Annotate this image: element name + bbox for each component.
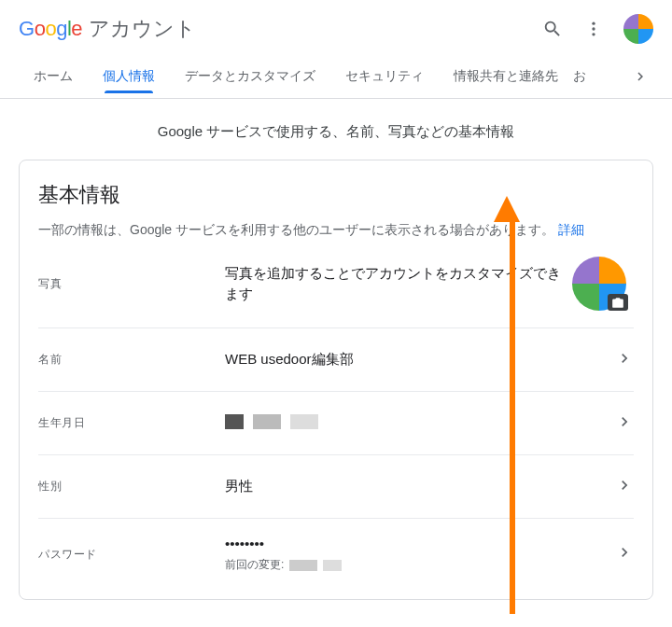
svg-point-2 (592, 33, 595, 35)
row-photo-value: 写真を追加することでアカウントをカスタマイズできます (225, 263, 572, 305)
row-password-value: •••••••• 前回の変更: (225, 536, 615, 573)
chevron-right-icon (615, 412, 634, 435)
tab-home[interactable]: ホーム (19, 54, 88, 99)
row-gender-value: 男性 (225, 478, 615, 495)
basic-info-card: 基本情報 一部の情報は、Google サービスを利用する他のユーザーに表示される… (19, 160, 653, 600)
logo[interactable]: Google アカウント (19, 15, 196, 43)
row-password[interactable]: パスワード •••••••• 前回の変更: (38, 519, 634, 590)
tab-personal-info[interactable]: 個人情報 (88, 54, 170, 99)
row-name-value: WEB usedoor編集部 (225, 351, 615, 369)
search-icon[interactable] (541, 18, 564, 40)
chevron-right-icon (615, 476, 634, 498)
row-birthday-label: 生年月日 (38, 415, 225, 431)
redacted-birthday (225, 414, 318, 429)
tabs-scroll-right[interactable] (627, 54, 653, 99)
header-actions (541, 14, 653, 44)
row-birthday-value (225, 414, 615, 432)
row-photo-label: 写真 (38, 276, 225, 292)
card-description: 一部の情報は、Google サービスを利用する他のユーザーに表示される場合があり… (38, 220, 634, 240)
svg-point-1 (592, 27, 595, 30)
password-last-changed: 前回の変更: (225, 557, 615, 573)
avatar[interactable] (623, 14, 653, 44)
row-gender[interactable]: 性別 男性 (38, 455, 634, 519)
google-logo: Google (19, 17, 82, 41)
camera-icon (608, 294, 628, 311)
row-birthday[interactable]: 生年月日 (38, 392, 634, 455)
tab-data-customize[interactable]: データとカスタマイズ (170, 54, 330, 99)
row-name-label: 名前 (38, 352, 225, 368)
row-gender-label: 性別 (38, 479, 225, 495)
redacted-date (289, 560, 342, 571)
chevron-right-icon (615, 543, 634, 565)
detail-link[interactable]: 詳細 (558, 222, 584, 237)
profile-photo[interactable] (572, 257, 626, 311)
logo-account-text: アカウント (89, 15, 196, 43)
more-icon[interactable] (582, 18, 605, 40)
password-sub-prefix: 前回の変更: (225, 557, 284, 573)
tabs: ホーム 個人情報 データとカスタマイズ セキュリティ 情報共有と連絡先 お (0, 54, 672, 99)
tab-security[interactable]: セキュリティ (330, 54, 439, 99)
header: Google アカウント (0, 0, 672, 54)
page-subtitle: Google サービスで使用する、名前、写真などの基本情報 (0, 99, 672, 160)
chevron-right-icon (615, 349, 634, 371)
card-desc-text: 一部の情報は、Google サービスを利用する他のユーザーに表示される場合があり… (38, 222, 554, 237)
password-mask: •••••••• (225, 536, 615, 551)
row-password-label: パスワード (38, 547, 225, 563)
tab-sharing[interactable]: 情報共有と連絡先 (439, 54, 573, 99)
tab-overflow[interactable]: お (573, 68, 586, 85)
svg-point-0 (592, 22, 595, 25)
row-photo[interactable]: 写真 写真を追加することでアカウントをカスタマイズできます (38, 240, 634, 328)
row-name[interactable]: 名前 WEB usedoor編集部 (38, 328, 634, 392)
card-title: 基本情報 (38, 181, 634, 209)
